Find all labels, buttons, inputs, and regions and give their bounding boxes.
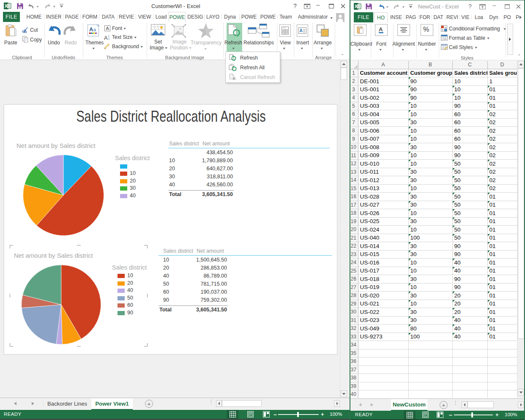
svg-text:A: A: [104, 35, 108, 41]
svg-text:X: X: [355, 4, 358, 9]
svg-text:A: A: [379, 26, 383, 33]
svg-text:A: A: [89, 26, 93, 33]
svg-text:X: X: [5, 3, 8, 8]
svg-text:A: A: [106, 26, 109, 31]
svg-text:a: a: [93, 27, 96, 32]
svg-text:A: A: [300, 28, 303, 33]
